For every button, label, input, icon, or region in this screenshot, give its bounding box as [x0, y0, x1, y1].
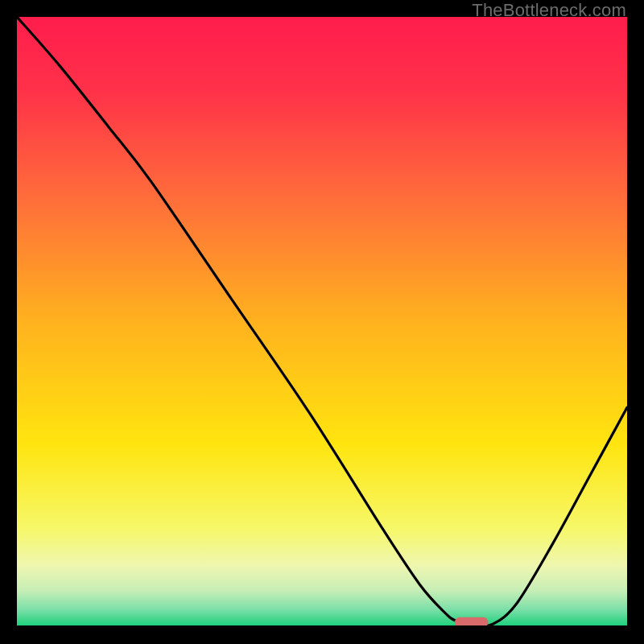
heat-background [17, 17, 627, 627]
watermark-label: TheBottleneck.com [472, 0, 626, 21]
chart-frame [17, 17, 627, 627]
bottleneck-chart [17, 17, 627, 627]
